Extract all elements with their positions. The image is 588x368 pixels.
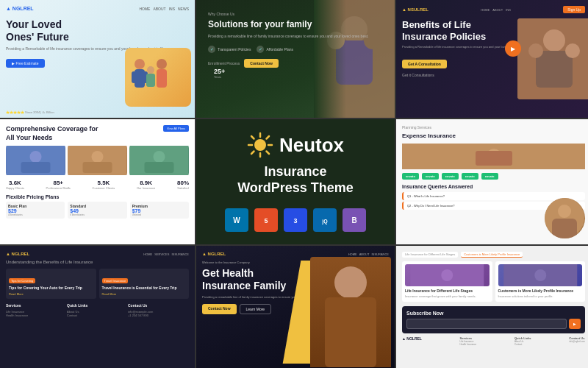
svg-line-35 <box>251 152 254 155</box>
hero-title-1: Your Loved Ones' Future <box>6 18 189 43</box>
view-all-btn[interactable]: View All Plans <box>163 125 189 132</box>
plan-header: Planning Services <box>402 125 585 130</box>
hero-cta-btn-1[interactable]: ▶ Free Estimate <box>6 59 45 68</box>
plan-service-title: Expense Insurance <box>402 132 585 139</box>
blog-tag-2: Travel Insurance <box>102 278 129 283</box>
logo-1: ▲ NGLREL <box>6 6 34 11</box>
cta-btn-2[interactable]: Contact Now <box>244 59 279 68</box>
read-more-1[interactable]: Read More <box>9 292 93 296</box>
nav-insurance-1[interactable]: INS <box>169 7 175 11</box>
svg-text:3: 3 <box>293 217 297 224</box>
why-label: Why Choose Us <box>208 12 383 16</box>
person-svg-6 <box>545 198 585 238</box>
nav-about-1[interactable]: ABOUT <box>153 7 165 11</box>
brand-subtitle-line1: Insurance <box>264 164 326 179</box>
brand-logo: Neutox <box>247 132 344 158</box>
svg-point-25 <box>154 151 165 163</box>
cta-row-2: Enrollment Process Contact Now <box>208 59 383 68</box>
secondary-btn-8[interactable]: Learn More <box>240 304 272 314</box>
coverage-images <box>6 146 189 175</box>
nav-home-8[interactable]: HOME <box>348 252 357 256</box>
stat-label-2: Years <box>214 75 225 79</box>
pricing-row: Basic Plan $29 4 Beneficiaries Standard … <box>6 202 189 219</box>
coverage-svg-2 <box>68 146 127 175</box>
stage-tab-2[interactable]: Customers is More Likely Profile Insuran… <box>461 252 523 258</box>
stage-col-title-2: Customers is More Likely Profile Insuran… <box>498 289 583 293</box>
footer-col-contact: Contact Us info@example.com +1 234 567 8… <box>128 303 189 317</box>
get-health-line2: Insurance Family <box>202 280 286 291</box>
transparent-icon: ✓ <box>208 46 215 53</box>
plan-basic: Basic Plan $29 4 Beneficiaries <box>6 202 65 219</box>
consult-btn[interactable]: Get A Consultation <box>402 60 447 68</box>
nav-insurance-3[interactable]: INS <box>506 8 511 12</box>
nav-ins-8[interactable]: INSURANCE <box>371 252 389 256</box>
nav-home-1[interactable]: HOME <box>139 7 150 11</box>
envato-logo-4: envato <box>462 173 478 180</box>
svg-point-0 <box>135 59 145 69</box>
cell-solutions: Why Choose Us Solutions for your family … <box>196 0 395 118</box>
nav-8: ▲ NGLREL HOME ABOUT INSURANCE <box>202 252 389 256</box>
envato-logo-5: envato <box>481 173 498 180</box>
nav-about-8[interactable]: ABOUT <box>359 252 370 256</box>
stage-col-2: Customers is More Likely Profile Insuran… <box>495 261 586 302</box>
subscribe-input[interactable] <box>406 319 567 329</box>
service-svg <box>402 144 585 169</box>
footer9-contact: Contact Us info@nglrel.com <box>569 336 585 346</box>
svg-rect-51 <box>552 219 577 238</box>
envato-logo-3: envato <box>442 173 459 180</box>
footer-col-quicklinks: Quick Links About Us Contact <box>67 303 128 317</box>
nav-top-3: ▲ NSULREL HOME ABOUT INS Sign Up <box>402 6 585 13</box>
nav-home-7[interactable]: HOME <box>143 252 152 256</box>
nav-services-7[interactable]: SERVICES <box>154 252 169 256</box>
cell-planning: Planning Services Expense Insurance enva… <box>396 119 588 244</box>
signup-btn-3[interactable]: Sign Up <box>563 6 585 13</box>
coverage-svg-3 <box>129 146 189 175</box>
get-health-line1: Get Health <box>202 267 254 279</box>
blog-cards: Tips for Covering Tips for Covering Your… <box>6 269 189 299</box>
nav-home-3[interactable]: HOME <box>481 8 490 12</box>
tech-icons-row: W 5 3 jQ <box>225 208 366 232</box>
orange-circle-3: ▶ <box>505 40 521 57</box>
svg-rect-15 <box>536 51 573 88</box>
primary-btn-8[interactable]: Contact Now <box>202 304 237 314</box>
footer-contact[interactable]: Contact <box>67 314 128 317</box>
coverage-line1: Comprehensive Coverage for <box>6 125 98 132</box>
logo-7: ▲ NGLREL <box>6 252 29 256</box>
nav-about-3[interactable]: ABOUT <box>492 8 503 12</box>
svg-line-33 <box>266 152 269 155</box>
svg-point-17 <box>565 43 580 58</box>
coverage-svg-1 <box>6 146 65 175</box>
nav-news-1[interactable]: NEWS <box>178 7 189 11</box>
footer-health-ins[interactable]: Health Insurance <box>6 314 67 317</box>
main-grid: ▲ NGLREL HOME ABOUT INS NEWS Your Loved … <box>0 0 588 368</box>
blog-section-title: Understanding the Benefits of Life Insur… <box>6 260 189 264</box>
css3-icon: 3 <box>284 208 307 232</box>
subscribe-btn[interactable]: ▶ <box>569 319 581 329</box>
stage-col-title-1: Life Insurance for Different Life Stages <box>405 289 490 293</box>
read-more-2[interactable]: Read More <box>102 292 187 296</box>
stats-row-4: 3.6K Happy Clients 85+ Professional Staf… <box>6 180 189 190</box>
svg-text:W: W <box>233 216 240 224</box>
solutions-title: Solutions for your family <box>208 19 383 29</box>
nav-insurance-7[interactable]: INSURANCE <box>171 252 189 256</box>
logos-row: envato envato envato envato envato <box>402 173 585 180</box>
person-silhouette-8 <box>310 257 391 367</box>
coverage-img-3 <box>129 146 189 175</box>
subscribe-input-row: ▶ <box>406 319 581 329</box>
stat-staff: 85+ Professional Staffs <box>46 180 71 190</box>
svg-point-22 <box>92 151 104 163</box>
svg-rect-23 <box>83 162 112 173</box>
solutions-sub: Providing a remarkable line of family in… <box>208 34 383 40</box>
brand-subtitle-line2: WordPress Theme <box>237 180 354 195</box>
coverage-img-2 <box>68 146 127 175</box>
hero-title-line2: Ones' Future <box>6 31 69 43</box>
coverage-img-1 <box>6 146 65 175</box>
hero-title-line1: Your Loved <box>6 18 62 30</box>
svg-point-58 <box>534 269 546 281</box>
svg-rect-2 <box>132 71 136 83</box>
insurance-q-title: Insurance Queries Answered <box>402 184 585 189</box>
footer-9: ▲ NGLREL Services Life Insurance Health … <box>402 336 585 346</box>
stage-tab-1[interactable]: Life Insurance for Different Life Stages <box>402 252 458 258</box>
svg-point-19 <box>30 151 42 163</box>
svg-point-14 <box>543 29 565 52</box>
